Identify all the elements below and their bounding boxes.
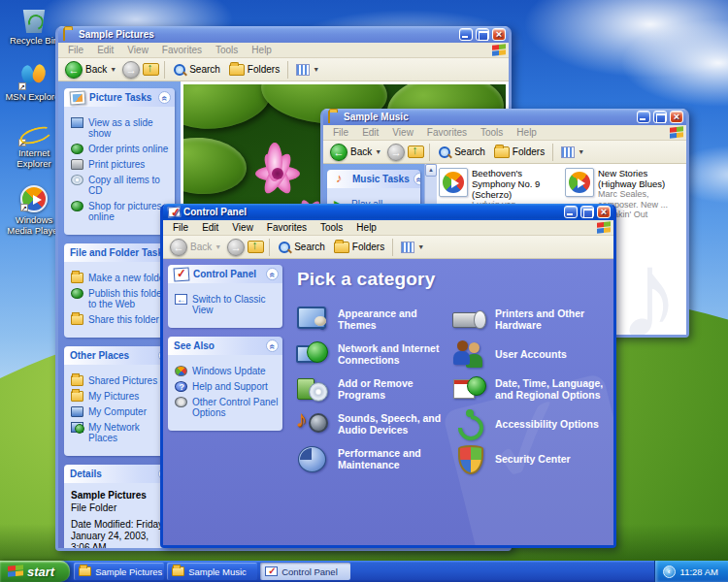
menu-item[interactable]: Favorites [261,221,313,234]
folder-icon [79,566,91,576]
control-panel-category[interactable]: Sounds, Speech, and Audio Devices [295,406,447,440]
menu-item[interactable]: Tools [210,44,244,56]
task-pane-link[interactable]: Make a new folder [71,273,171,283]
start-button[interactable]: start [0,561,70,582]
views-button[interactable]: ▼ [558,146,587,159]
menu-item[interactable]: File [167,221,194,234]
folders-button[interactable]: Folders [226,63,282,77]
forward-button[interactable]: → [227,239,245,256]
task-pane-link[interactable]: My Computer [71,406,171,417]
back-button[interactable]: ← Back▼ [62,60,119,80]
forward-button[interactable]: → [122,61,140,79]
menu-item[interactable]: View [121,44,154,56]
back-button[interactable]: ← Back▼ [167,238,224,257]
minimize-button[interactable] [564,206,578,218]
task-pane-link[interactable]: Help and Support [175,381,279,392]
control-panel-icon [168,207,182,218]
control-panel-category[interactable]: Appearance and Themes [295,302,447,336]
folders-button[interactable]: Folders [491,146,547,159]
task-pane-link[interactable]: Publish this folder to the Web [71,288,171,309]
task-pane-link[interactable]: Share this folder [71,314,171,325]
control-panel-category[interactable]: Security Center [452,441,604,475]
up-button[interactable] [408,146,424,158]
programs-icon [295,374,330,404]
views-button[interactable]: ▼ [293,63,322,77]
task-pane-link[interactable]: Windows Update [175,366,279,376]
task-pane-link[interactable]: My Network Places [71,422,171,443]
search-button[interactable]: Search [435,145,488,160]
scroll-up-icon[interactable]: ▲ [425,164,437,177]
up-button[interactable] [248,241,264,253]
titlebar[interactable]: Sample Pictures [58,26,509,43]
collapse-chevron-icon[interactable] [266,340,279,352]
task-pane-link[interactable]: Switch to Classic View [175,294,279,315]
task-pane-link[interactable]: Other Control Panel Options [175,397,279,418]
control-panel-category[interactable]: Accessibility Options [452,406,604,440]
views-button[interactable]: ▼ [398,241,427,254]
views-icon [561,146,575,158]
titlebar[interactable]: Sample Music [323,109,686,125]
task-pane-link[interactable]: Shop for pictures online [71,201,171,222]
taskbar-window-button[interactable]: Control Panel [260,563,350,580]
menu-item[interactable]: Edit [91,44,119,56]
task-pane-link[interactable]: My Pictures [71,391,171,402]
control-panel-category[interactable]: Performance and Maintenance [295,441,447,475]
task-pane-link[interactable]: Order prints online [71,144,171,154]
up-button[interactable] [143,63,159,76]
forward-button[interactable]: → [387,144,405,161]
category-label: Network and Internet Connections [338,342,447,366]
folders-button[interactable]: Folders [331,241,387,254]
task-pane-link[interactable]: Print pictures [71,159,171,170]
control-panel-category[interactable]: Date, Time, Language, and Regional Optio… [452,372,604,405]
close-button[interactable] [670,111,683,123]
menu-item[interactable]: Favorites [156,44,208,56]
menu-item[interactable]: File [62,44,89,56]
control-panel-category[interactable]: Network and Internet Connections [295,337,447,371]
views-icon [401,242,414,253]
menu-item[interactable]: Edit [196,221,224,234]
hidden-icons-chevron-icon[interactable]: ‹ [663,566,676,578]
task-pane-link[interactable]: Shared Pictures [71,375,171,386]
search-button[interactable]: Search [170,62,223,78]
menu-item[interactable]: Tools [314,221,348,234]
task-pane-link[interactable]: View as a slide show [71,117,171,139]
control-panel-category[interactable]: User Accounts [452,337,604,371]
network-places-icon [71,422,83,433]
task-pane-link[interactable]: Copy all items to CD [71,175,171,196]
maximize-button[interactable] [653,111,667,123]
menu-item[interactable]: Help [246,44,278,56]
taskbar-window-button[interactable]: Sample Pictures [74,563,164,580]
menu-item[interactable]: View [226,221,259,234]
menu-item[interactable]: Edit [356,126,384,139]
minimize-button[interactable] [637,111,650,123]
window-title: Sample Pictures [79,29,456,40]
close-button[interactable] [597,206,611,218]
taskbar-window-button[interactable]: Sample Music [167,563,257,580]
menu-item[interactable]: View [386,126,419,139]
collapse-chevron-icon[interactable] [266,268,279,280]
search-button[interactable]: Search [275,240,328,255]
menu-item[interactable]: Tools [475,126,509,139]
prints-icon [71,144,83,154]
toolbar: ← Back▼ → Search Folders ▼ [58,58,509,81]
titlebar[interactable]: Control Panel [163,204,613,220]
windows-update-icon [175,366,187,376]
menu-item[interactable]: Favorites [421,126,473,139]
minimize-button[interactable] [459,28,473,41]
menu-item[interactable]: File [327,126,354,139]
media-file-icon [565,168,594,197]
close-button[interactable] [492,28,506,41]
back-button[interactable]: ← Back▼ [327,143,384,162]
collapse-chevron-icon[interactable] [414,173,420,185]
printer-icon [71,159,83,170]
collapse-chevron-icon[interactable] [158,91,171,104]
control-panel-category[interactable]: Add or Remove Programs [295,372,447,405]
control-panel-category[interactable]: Printers and Other Hardware [452,302,604,336]
menu-item[interactable]: Help [511,126,543,139]
category-label: Appearance and Themes [338,307,447,331]
menu-item[interactable]: Help [350,221,382,234]
maximize-button[interactable] [476,28,489,41]
maximize-button[interactable] [580,206,594,218]
cd-icon [71,175,83,185]
task-pane-link-label: Copy all items to CD [88,175,171,196]
